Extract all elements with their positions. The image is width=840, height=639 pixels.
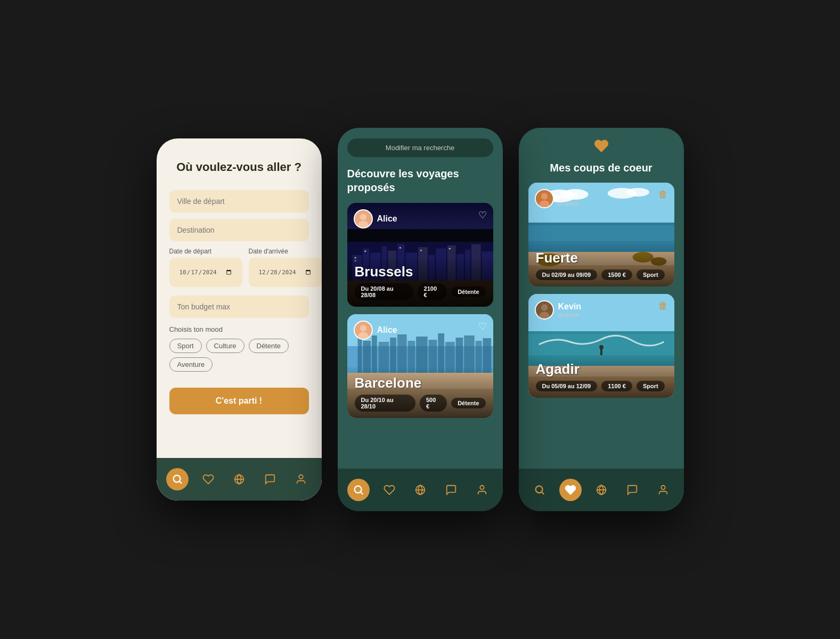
kevin-name: Kevin bbox=[558, 302, 582, 312]
nav-globe-icon[interactable] bbox=[228, 468, 250, 490]
nav2-globe-icon[interactable] bbox=[409, 479, 431, 501]
phone3-bottom-nav bbox=[519, 469, 684, 511]
agadir-price: 1100 € bbox=[601, 381, 632, 391]
phone-search: Où voulez-vous aller ? Date de départ Da… bbox=[157, 138, 322, 501]
fuerte-dates: Du 02/09 au 09/09 bbox=[536, 269, 598, 280]
mood-detente[interactable]: Détente bbox=[249, 339, 289, 353]
departure-input[interactable] bbox=[169, 190, 309, 212]
svg-rect-40 bbox=[397, 334, 406, 373]
nav2-heart-icon[interactable] bbox=[378, 479, 401, 501]
phone1-content: Où voulez-vous aller ? Date de départ Da… bbox=[157, 138, 322, 458]
brussels-badges: Du 20/08 au 28/08 2100 € Détente bbox=[355, 283, 486, 300]
svg-rect-24 bbox=[420, 250, 422, 251]
favorites-heart-header bbox=[528, 138, 674, 155]
svg-point-53 bbox=[354, 486, 361, 493]
mood-sport[interactable]: Sport bbox=[169, 339, 202, 353]
svg-point-28 bbox=[360, 214, 366, 220]
alice-avatar-1 bbox=[354, 209, 373, 228]
barcelone-badges: Du 20/10 au 28/10 500 € Détente bbox=[355, 395, 486, 412]
brussels-heart-button[interactable]: ♡ bbox=[478, 209, 487, 221]
barcelone-overlay: Barcelone Du 20/10 au 28/10 500 € Détent… bbox=[347, 368, 493, 418]
brussels-destination: Brussels bbox=[355, 264, 486, 280]
date-row: Date de départ Date d'arrivée bbox=[169, 248, 309, 287]
svg-point-51 bbox=[360, 325, 366, 331]
kevin-proposer-row: Kevin propose bbox=[535, 300, 582, 320]
arrivee-input-wrapper bbox=[249, 258, 322, 287]
fuerte-mood: Sport bbox=[637, 269, 665, 280]
svg-rect-25 bbox=[448, 248, 450, 249]
kevin-sub: propose bbox=[558, 312, 582, 318]
svg-rect-44 bbox=[438, 333, 444, 373]
cta-button[interactable]: C'est parti ! bbox=[169, 388, 309, 414]
jean-name: Jean bbox=[558, 191, 580, 200]
mood-culture[interactable]: Culture bbox=[206, 339, 244, 353]
svg-point-78 bbox=[599, 345, 604, 349]
phone-favorites: Mes coups de coeur bbox=[519, 128, 684, 511]
jean-avatar bbox=[535, 189, 554, 208]
depart-group: Date de départ bbox=[169, 248, 242, 287]
brussels-overlay: Brussels Du 20/08 au 28/08 2100 € Détent… bbox=[347, 257, 493, 307]
kevin-info: Kevin propose bbox=[558, 302, 582, 318]
depart-label: Date de départ bbox=[169, 248, 242, 255]
arrivee-group: Date d'arrivée bbox=[249, 248, 322, 287]
nav3-chat-icon[interactable] bbox=[621, 479, 643, 501]
alice-name-2: Alice bbox=[377, 325, 397, 335]
arrivee-label: Date d'arrivée bbox=[249, 248, 322, 255]
nav2-chat-icon[interactable] bbox=[440, 479, 462, 501]
svg-rect-43 bbox=[428, 340, 437, 373]
nav2-profile-icon[interactable] bbox=[471, 479, 493, 501]
svg-rect-41 bbox=[407, 341, 415, 373]
barcelone-heart-button[interactable]: ♡ bbox=[478, 321, 487, 332]
jean-sub: propose bbox=[558, 200, 580, 207]
agadir-trash-button[interactable]: 🗑 bbox=[658, 300, 668, 312]
jean-proposer-row: Jean propose bbox=[535, 189, 580, 208]
svg-rect-48 bbox=[475, 341, 482, 373]
fav-card-fuerte: Jean propose 🗑 Fuerte Du 02/09 au 09/09 … bbox=[528, 183, 674, 286]
nav3-heart-icon[interactable] bbox=[559, 479, 582, 501]
svg-point-0 bbox=[173, 476, 180, 482]
mood-aventure[interactable]: Aventure bbox=[169, 357, 213, 372]
nav-search-icon[interactable] bbox=[166, 468, 189, 490]
fuerte-destination: Fuerte bbox=[536, 250, 667, 266]
phone2-bottom-nav bbox=[338, 469, 503, 511]
svg-point-71 bbox=[541, 193, 547, 199]
brussels-guide-row: Alice bbox=[354, 209, 397, 228]
barcelone-price: 500 € bbox=[420, 395, 447, 412]
budget-input[interactable] bbox=[169, 296, 309, 318]
svg-rect-37 bbox=[371, 335, 377, 373]
svg-point-62 bbox=[626, 188, 649, 196]
svg-point-56 bbox=[480, 486, 484, 489]
nav3-search-icon[interactable] bbox=[528, 479, 551, 501]
fav-card-agadir: Kevin propose 🗑 Agadir Du 05/09 au 12/09… bbox=[528, 294, 674, 398]
fuerte-badges: Du 02/09 au 09/09 1500 € Sport bbox=[536, 269, 667, 280]
svg-rect-36 bbox=[363, 341, 371, 373]
fuerte-price: 1500 € bbox=[601, 269, 632, 280]
phone2-content: Modifier ma recherche Découvre les voyag… bbox=[338, 128, 503, 469]
nav3-profile-icon[interactable] bbox=[652, 479, 674, 501]
trip-card-brussels: Alice ♡ Brussels Du 20/08 au 28/08 2100 … bbox=[347, 203, 493, 307]
svg-rect-23 bbox=[399, 247, 401, 248]
nav-heart-icon[interactable] bbox=[197, 468, 219, 490]
svg-rect-35 bbox=[357, 338, 362, 373]
svg-point-81 bbox=[541, 304, 547, 310]
search-title: Où voulez-vous aller ? bbox=[169, 160, 309, 175]
svg-rect-26 bbox=[347, 229, 493, 242]
barcelone-guide-row: Alice bbox=[354, 321, 397, 340]
svg-rect-47 bbox=[464, 335, 475, 373]
depart-date-input[interactable] bbox=[175, 263, 237, 282]
nav-chat-icon[interactable] bbox=[259, 468, 281, 490]
svg-rect-42 bbox=[416, 337, 428, 373]
svg-point-3 bbox=[299, 475, 303, 479]
brussels-mood: Détente bbox=[451, 286, 485, 297]
nav3-globe-icon[interactable] bbox=[590, 479, 613, 501]
phones-container: Où voulez-vous aller ? Date de départ Da… bbox=[157, 128, 684, 511]
agadir-destination: Agadir bbox=[536, 361, 667, 378]
nav2-search-icon[interactable] bbox=[347, 479, 370, 501]
brussels-price: 2100 € bbox=[418, 283, 447, 300]
arrivee-date-input[interactable] bbox=[254, 263, 316, 282]
modify-search-button[interactable]: Modifier ma recherche bbox=[347, 138, 493, 157]
fuerte-trash-button[interactable]: 🗑 bbox=[658, 189, 668, 200]
phone3-content: Mes coups de coeur bbox=[519, 128, 684, 469]
nav-profile-icon[interactable] bbox=[290, 468, 312, 490]
destination-input[interactable] bbox=[169, 219, 309, 241]
